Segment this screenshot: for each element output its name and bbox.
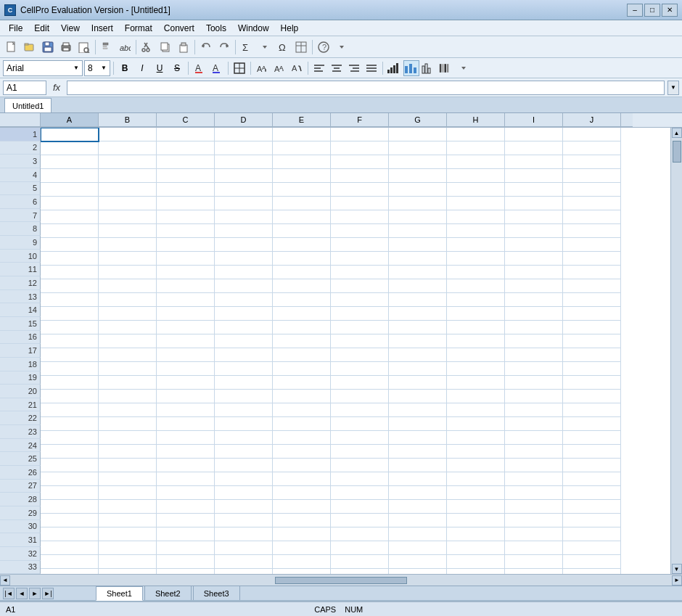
cell-C2[interactable] (157, 141, 215, 155)
cell-E8[interactable] (273, 224, 331, 238)
cell-E21[interactable] (273, 403, 331, 417)
cell-A13[interactable] (41, 293, 99, 307)
cell-E10[interactable] (273, 252, 331, 266)
cell-E33[interactable] (273, 569, 331, 574)
cell-H22[interactable] (447, 417, 505, 431)
cell-G29[interactable] (389, 514, 447, 527)
cell-J33[interactable] (563, 569, 621, 574)
cut-button[interactable] (139, 38, 156, 56)
cell-G5[interactable] (389, 183, 447, 197)
cell-H32[interactable] (447, 555, 505, 569)
paste-button[interactable] (175, 38, 192, 56)
cell-G30[interactable] (389, 527, 447, 541)
cell-D21[interactable] (215, 403, 273, 417)
cell-D19[interactable] (215, 376, 273, 390)
cell-G2[interactable] (389, 141, 447, 155)
cell-D23[interactable] (215, 431, 273, 445)
cell-H23[interactable] (447, 431, 505, 445)
cell-E23[interactable] (273, 431, 331, 445)
menu-window[interactable]: Window (232, 22, 275, 35)
bar-style-dropdown[interactable] (456, 60, 472, 76)
cell-G24[interactable] (389, 445, 447, 459)
cell-C28[interactable] (157, 500, 215, 514)
sheet-tab-3[interactable]: Sheet3 (193, 586, 240, 600)
cell-A19[interactable] (41, 376, 99, 390)
cell-F21[interactable] (331, 403, 389, 417)
cell-G20[interactable] (389, 390, 447, 403)
cell-E27[interactable] (273, 486, 331, 500)
cell-F6[interactable] (331, 197, 389, 210)
cell-I10[interactable] (505, 252, 563, 266)
align-justify-button[interactable] (363, 60, 379, 76)
cell-H16[interactable] (447, 334, 505, 348)
menu-insert[interactable]: Insert (86, 22, 119, 35)
cell-G15[interactable] (389, 321, 447, 334)
cell-B25[interactable] (99, 459, 157, 472)
cell-C4[interactable] (157, 169, 215, 183)
cell-D13[interactable] (215, 293, 273, 307)
cell-J3[interactable] (563, 155, 621, 169)
cell-E5[interactable] (273, 183, 331, 197)
cell-C20[interactable] (157, 390, 215, 403)
cell-H12[interactable] (447, 279, 505, 293)
cell-C8[interactable] (157, 224, 215, 238)
sheet-tab-2[interactable]: Sheet2 (144, 586, 192, 600)
cell-F13[interactable] (331, 293, 389, 307)
cell-A2[interactable] (41, 141, 99, 155)
cell-H15[interactable] (447, 321, 505, 334)
bar-style-3[interactable] (421, 60, 437, 76)
cell-D17[interactable] (215, 348, 273, 362)
cell-H28[interactable] (447, 500, 505, 514)
cell-H31[interactable] (447, 541, 505, 555)
strikethrough-button[interactable]: S (169, 60, 185, 76)
cell-H24[interactable] (447, 445, 505, 459)
cell-J15[interactable] (563, 321, 621, 334)
cell-J16[interactable] (563, 334, 621, 348)
cell-A26[interactable] (41, 472, 99, 486)
omega-button[interactable]: Ω (274, 38, 292, 56)
cell-H5[interactable] (447, 183, 505, 197)
text-color-button[interactable]: A (192, 60, 208, 76)
cell-E22[interactable] (273, 417, 331, 431)
cell-D20[interactable] (215, 390, 273, 403)
cell-C16[interactable] (157, 334, 215, 348)
cell-D24[interactable] (215, 445, 273, 459)
cell-J28[interactable] (563, 500, 621, 514)
cell-A32[interactable] (41, 555, 99, 569)
cell-F5[interactable] (331, 183, 389, 197)
cell-F24[interactable] (331, 445, 389, 459)
cell-F31[interactable] (331, 541, 389, 555)
cell-C21[interactable] (157, 403, 215, 417)
cell-H1[interactable] (447, 128, 505, 141)
cell-B6[interactable] (99, 197, 157, 210)
borders-button[interactable] (231, 60, 247, 76)
cell-I1[interactable] (505, 128, 563, 141)
cell-D14[interactable] (215, 307, 273, 321)
cell-E2[interactable] (273, 141, 331, 155)
cell-A28[interactable] (41, 500, 99, 514)
col-header-D[interactable]: D (215, 113, 273, 127)
font-size-selector[interactable]: 8 ▼ (84, 60, 110, 76)
cell-J14[interactable] (563, 307, 621, 321)
cell-H14[interactable] (447, 307, 505, 321)
menu-tools[interactable]: Tools (200, 22, 232, 35)
cell-H20[interactable] (447, 390, 505, 403)
cell-A1[interactable] (41, 128, 99, 141)
cell-E30[interactable] (273, 527, 331, 541)
cell-D9[interactable] (215, 238, 273, 252)
cell-B30[interactable] (99, 527, 157, 541)
cell-E24[interactable] (273, 445, 331, 459)
cell-G13[interactable] (389, 293, 447, 307)
col-header-G[interactable]: G (389, 113, 447, 127)
scroll-thumb[interactable] (673, 141, 681, 163)
vertical-scrollbar[interactable]: ▲ ▼ (670, 128, 682, 574)
cell-J29[interactable] (563, 514, 621, 527)
spell-button[interactable]: abc (116, 38, 133, 56)
col-header-H[interactable]: H (447, 113, 505, 127)
cell-A24[interactable] (41, 445, 99, 459)
cell-A21[interactable] (41, 403, 99, 417)
cell-B20[interactable] (99, 390, 157, 403)
cell-D22[interactable] (215, 417, 273, 431)
toolbar-dropdown[interactable] (333, 38, 350, 56)
row-num-13[interactable]: 13 (0, 290, 41, 304)
